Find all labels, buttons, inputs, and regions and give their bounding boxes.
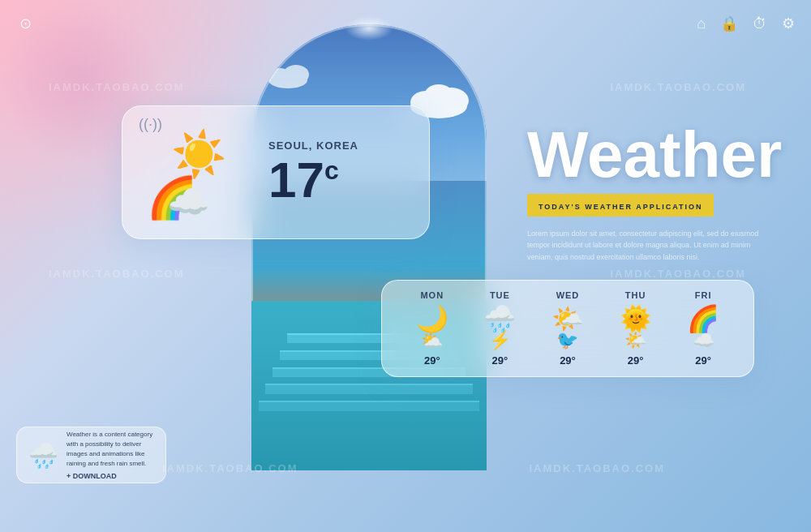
watermark-1: IAMDK.TAOBAO.COM [49,81,185,93]
small-card-weather-icon: 🌧️ [28,441,58,470]
forecast-day-tue: TUE 🌧️ ⚡ 29° [466,290,534,366]
watermark-6: IAMDK.TAOBAO.COM [529,462,665,474]
day-fri-temp: 29° [695,354,711,367]
day-fri-label: FRI [695,290,712,300]
arch-portal [251,24,487,470]
temperature-display: 17c [268,155,405,205]
forecast-card: MON 🌙 ⛅ 29° TUE 🌧️ ⚡ 29° WED 🌤️ 🐦 29° TH… [381,280,754,377]
home-icon[interactable]: ⌂ [697,15,706,32]
day-thu-label: THU [625,290,646,300]
small-download-card[interactable]: 🌧️ Weather is a content category with a … [16,427,166,483]
sun-icon: ☀️ [171,128,227,181]
right-panel: Weather TODAY'S WEATHER APPLICATION Lore… [527,126,770,263]
day-tue-label: TUE [490,290,510,300]
svg-point-6 [283,65,309,84]
weather-card-main: ((·)) ☀️ 🌈 ☁️ SEOUL, KOREA 17c [122,105,430,239]
day-tue-extra: ⚡ [489,330,511,351]
top-left-icon[interactable]: ⊙ [19,15,32,32]
day-tue-temp: 29° [492,354,508,367]
main-title: Weather [527,126,770,184]
day-fri-cloud: ☁️ [693,330,714,351]
watermark-4: IAMDK.TAOBAO.COM [610,268,746,280]
day-wed-label: WED [556,290,580,300]
wifi-icon: ((·)) [139,116,162,133]
svg-point-3 [424,84,453,107]
small-card-description: Weather is a content category with a pos… [67,430,154,469]
subtitle-text: TODAY'S WEATHER APPLICATION [539,203,702,211]
forecast-day-wed: WED 🌤️ 🐦 29° [534,290,602,366]
watermark-2: IAMDK.TAOBAO.COM [610,81,746,93]
city-name: SEOUL, KOREA [268,139,405,152]
watermark-3: IAMDK.TAOBAO.COM [49,268,185,280]
clock-icon[interactable]: ⏱ [753,15,767,32]
small-card-content: Weather is a content category with a pos… [67,430,154,480]
day-mon-cloud: ⛅ [421,330,443,351]
weather-info: SEOUL, KOREA 17c [252,139,405,205]
forecast-day-thu: THU 🌞 🌤️ 29° [602,290,670,366]
top-navigation: ⌂ 🔒 ⏱ ⚙ [697,15,795,32]
cloud-icon: ☁️ [167,182,209,221]
description-text: Lorem ipsum dolor sit amet, consectetur … [527,228,770,263]
day-wed-extra: 🐦 [556,330,578,351]
forecast-day-fri: FRI 🌈 ☁️ 29° [669,290,737,366]
day-thu-extra: 🌤️ [624,330,646,351]
day-mon-label: MON [420,290,444,300]
weather-icon-area: ((·)) ☀️ 🌈 ☁️ [147,124,252,221]
day-mon-temp: 29° [424,354,440,367]
day-wed-temp: 29° [560,354,576,367]
forecast-day-mon: MON 🌙 ⛅ 29° [398,290,466,366]
day-thu-temp: 29° [628,354,644,367]
download-link[interactable]: + DOWNLOAD [67,472,154,480]
subtitle-badge: TODAY'S WEATHER APPLICATION [527,194,714,217]
settings-icon[interactable]: ⚙ [782,15,795,32]
lock-icon[interactable]: 🔒 [720,15,738,32]
